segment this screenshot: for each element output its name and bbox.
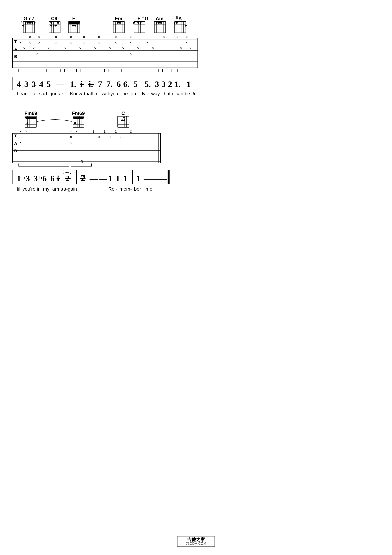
lyrics-hear: hear xyxy=(17,91,27,96)
note-1dot: 1. xyxy=(70,80,76,89)
lyrics-on: on xyxy=(131,91,136,96)
tab-dash: — xyxy=(59,134,64,139)
lyrics-know: Know xyxy=(70,91,82,96)
svg-point-48 xyxy=(74,25,76,27)
lyrics-sad: sad xyxy=(39,91,47,96)
svg-text:3: 3 xyxy=(21,21,22,24)
svg-point-15 xyxy=(29,22,31,24)
tab-2: 2 xyxy=(129,129,132,133)
lyrics2-arms: arms xyxy=(52,186,63,192)
tab-x: × xyxy=(189,46,192,50)
note2-3b: 3 xyxy=(34,174,38,183)
chord-name-c9: C9 xyxy=(51,16,57,21)
tab-x: × xyxy=(176,35,178,39)
note-5dot: 5. xyxy=(145,80,151,89)
svg-point-89 xyxy=(160,22,162,24)
tab-dash: — xyxy=(143,134,148,139)
lyrics-that: thatI'm xyxy=(84,91,98,96)
tab-x2: × xyxy=(19,129,22,133)
svg-point-144 xyxy=(27,122,28,124)
tab-x: × xyxy=(79,46,81,50)
svg-rect-156 xyxy=(73,117,84,119)
note-3c: 3 xyxy=(155,80,159,89)
note2-1: 1 xyxy=(17,174,21,183)
tab-1: 1 xyxy=(115,129,117,133)
tab-x: × xyxy=(180,46,182,50)
tab-x2: × xyxy=(25,129,27,133)
tab-b-label: B xyxy=(14,54,17,59)
tab-0: 0 xyxy=(98,135,100,139)
svg-point-14 xyxy=(27,22,29,24)
tab-x: × xyxy=(83,35,85,39)
tab-x: × xyxy=(36,52,38,56)
lyrics-ly: - xyxy=(137,91,139,96)
note2-1c: 1 xyxy=(123,174,127,183)
tab-x: × xyxy=(55,41,57,45)
tab-x: × xyxy=(98,41,100,45)
tab-x: × xyxy=(146,41,149,45)
svg-point-17 xyxy=(34,22,36,24)
tab-x: × xyxy=(185,41,188,45)
lyrics-way: way xyxy=(151,91,160,96)
note2-flat2: b xyxy=(39,174,42,181)
chord-name-gm7: Gm7 xyxy=(23,16,34,21)
tab-t-label: T xyxy=(14,39,17,44)
tab-dash: — xyxy=(132,134,137,139)
svg-point-169 xyxy=(123,117,125,118)
lyrics2-mem2: mem xyxy=(120,186,130,192)
dash1: — xyxy=(56,80,64,89)
lyrics2-ber: - xyxy=(130,186,132,192)
tab-x: × xyxy=(98,35,100,39)
lyrics-ly2: ly xyxy=(142,91,145,96)
svg-point-31 xyxy=(57,22,59,24)
note-7: 7 xyxy=(98,80,102,89)
tab-x2: × xyxy=(19,135,22,139)
lyrics2-til: til xyxy=(17,186,20,192)
page: Gm7 3 C9 xyxy=(0,0,392,555)
note2-flat1: b xyxy=(22,174,25,181)
note-5b: 5 xyxy=(134,80,138,89)
tab-x: × xyxy=(115,35,117,39)
lyrics-can: can be xyxy=(175,91,190,96)
tab-x: × xyxy=(163,35,165,39)
tab-x: × xyxy=(38,35,40,39)
note-3b: 3 xyxy=(32,80,36,89)
tab2-a-label: A xyxy=(14,141,17,146)
svg-point-103 xyxy=(185,25,187,27)
note2-dash5: — xyxy=(158,174,167,183)
tab-1: 1 xyxy=(92,129,94,133)
tab-x: × xyxy=(129,41,132,45)
note-3d: 3 xyxy=(162,80,166,89)
lyrics2-again: a-gain xyxy=(64,186,77,192)
note-2: 2 xyxy=(168,80,172,89)
footer-url: 78COM.COM xyxy=(186,542,206,546)
tab-x: × xyxy=(38,41,40,45)
lyrics2-ber2: ber xyxy=(134,186,141,192)
svg-point-101 xyxy=(174,22,175,24)
svg-point-88 xyxy=(158,22,160,24)
note2-dash1: — xyxy=(89,174,98,183)
note-i1dot: i. xyxy=(89,80,93,89)
svg-point-157 xyxy=(74,122,76,124)
chord-name-fm69a: Fm69 xyxy=(24,110,37,116)
lyrics-withyou: withyou xyxy=(101,91,118,96)
svg-point-171 xyxy=(123,119,125,121)
note-i1: i xyxy=(80,80,83,89)
svg-point-30 xyxy=(50,22,52,24)
tab-1: 1 xyxy=(109,135,111,139)
tab-x: × xyxy=(32,46,35,50)
chord-name-eg2: G xyxy=(145,16,148,21)
note-4b: 4 xyxy=(39,80,43,89)
svg-point-16 xyxy=(31,22,33,24)
note-1: 1 xyxy=(187,80,191,89)
lyrics2-me: me xyxy=(146,186,152,192)
tab-dash: — xyxy=(50,134,55,139)
tab-x: × xyxy=(185,35,188,39)
tab-dash: — xyxy=(86,134,90,139)
chord-name-eg: E xyxy=(137,16,141,21)
tab-x: × xyxy=(70,41,72,45)
tab2-t-label: T xyxy=(14,134,17,138)
footer-logo-cn: 吉他之家 xyxy=(187,537,205,542)
note-6dot: 6. xyxy=(123,80,129,89)
note-5: 5 xyxy=(47,80,51,89)
